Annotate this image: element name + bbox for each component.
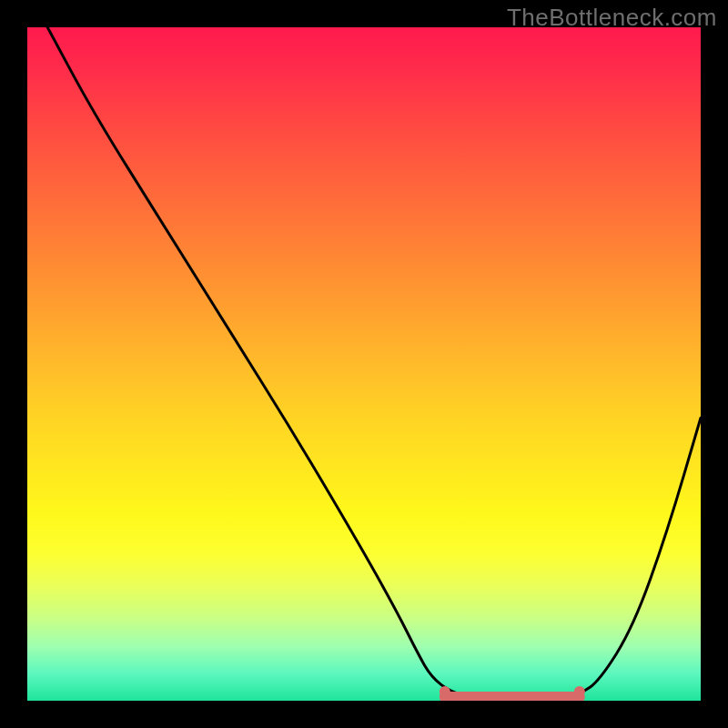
bottleneck-curve <box>27 27 701 701</box>
curve-line <box>47 27 701 701</box>
watermark-text: TheBottleneck.com <box>507 4 717 32</box>
optimal-start-dot <box>440 686 450 697</box>
optimal-end-dot <box>574 686 585 697</box>
plot-area <box>27 27 701 701</box>
chart-frame: TheBottleneck.com <box>0 0 728 728</box>
